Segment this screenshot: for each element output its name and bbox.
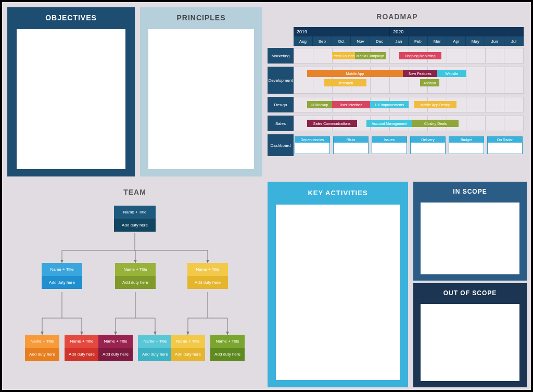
gantt-bar[interactable]: Mobile App [307, 70, 403, 77]
gantt-bar[interactable]: User Interface [332, 101, 371, 108]
objectives-panel[interactable]: OBJECTIVES [7, 7, 135, 176]
roadmap-row-body: Press LaunchMedia CampaignOngoing Market… [294, 48, 524, 64]
roadmap-row-body: Mobile AppNew FeaturesWebsiteResearchAnd… [294, 67, 524, 94]
org-node-title: Name + Title [115, 263, 156, 276]
roadmap-month: Sep [313, 36, 332, 46]
org-node-title: Name + Title [210, 335, 245, 348]
key-activities-panel[interactable]: KEY ACTIVITIES [268, 182, 408, 387]
org-node-title: Name + Title [25, 335, 59, 348]
org-node-duty: Add duty here [115, 276, 156, 289]
principles-content[interactable] [148, 29, 254, 169]
roadmap-dashboard-body: DependenciesRisksIssuesDeliveryBudgetOn … [294, 134, 524, 156]
dashboard-card-header: Issues [372, 137, 407, 143]
org-node-title: Name + Title [65, 335, 99, 348]
dashboard-card[interactable]: Issues [372, 136, 407, 154]
org-node[interactable]: Name + TitleAdd duty here [210, 335, 245, 364]
gantt-bar[interactable]: UX Improvements [370, 101, 409, 108]
gantt-bar[interactable]: Android [420, 79, 439, 86]
gantt-bar[interactable]: UI Mockup [307, 101, 332, 108]
key-activities-content[interactable] [276, 205, 400, 380]
org-chart: Name + TitleAdd duty hereName + TitleAdd… [11, 200, 258, 383]
principles-title: PRINCIPLES [140, 7, 262, 28]
gantt-bar[interactable]: Media Campaign [355, 52, 386, 59]
gantt-bar[interactable]: Account Management [366, 120, 412, 127]
org-node-duty: Add duty here [98, 348, 133, 361]
org-node-duty: Add duty here [171, 348, 205, 361]
org-node-duty: Add duty here [65, 348, 99, 361]
roadmap-month: Oct [332, 36, 351, 46]
org-node-title: Name + Title [138, 335, 172, 348]
org-node[interactable]: Name + TitleAdd duty here [138, 335, 172, 364]
roadmap-row-body: Sales CommunicationsAccount ManagementCl… [294, 116, 524, 131]
dashboard-card-header: Budget [449, 137, 484, 143]
team-title: TEAM [7, 182, 262, 196]
org-node-duty: Add duty here [138, 348, 172, 361]
roadmap-month-row: AugSepOctNovDecJanFebMarAprMayJunJul [294, 36, 524, 46]
roadmap-row-label: Design [268, 97, 294, 112]
gantt-bar[interactable]: Ongoing Marketing [399, 52, 441, 59]
gantt-bar[interactable]: Website [437, 70, 466, 77]
roadmap-row-label: Development [268, 67, 294, 94]
team-panel[interactable]: TEAM Name + TitleAdd duty hereName + Tit… [7, 182, 262, 387]
in-scope-title: IN SCOPE [413, 182, 527, 201]
dashboard-card-header: Risks [334, 137, 368, 143]
gantt-bar[interactable]: Research [324, 79, 366, 86]
roadmap-grid: 20192020 AugSepOctNovDecJanFebMarAprMayJ… [268, 27, 524, 176]
roadmap-month: Mar [428, 36, 447, 46]
out-of-scope-title: OUT OF SCOPE [413, 283, 527, 303]
roadmap-row-label: Marketing [268, 48, 294, 64]
roadmap-month: Nov [351, 36, 370, 46]
org-node[interactable]: Name + TitleAdd duty here [114, 206, 156, 233]
roadmap-month: Apr [447, 36, 466, 46]
roadmap-month: Dec [370, 36, 389, 46]
gantt-bar[interactable]: New Features [403, 70, 437, 77]
principles-panel[interactable]: PRINCIPLES [140, 7, 262, 176]
org-node-title: Name + Title [171, 335, 205, 348]
roadmap-month: Jun [485, 36, 504, 46]
org-node[interactable]: Name + TitleAdd duty here [42, 263, 82, 292]
roadmap-year-row: 20192020 [294, 27, 524, 36]
roadmap-panel[interactable]: ROADMAP 20192020 AugSepOctNovDecJanFebMa… [268, 7, 527, 176]
org-node[interactable]: Name + TitleAdd duty here [115, 263, 156, 292]
roadmap-month: Jan [389, 36, 409, 46]
org-node[interactable]: Name + TitleAdd duty here [65, 335, 99, 364]
roadmap-row: MarketingPress LaunchMedia CampaignOngoi… [268, 48, 524, 64]
gantt-bar[interactable]: Mobile App Design [414, 101, 456, 108]
key-activities-title: KEY ACTIVITIES [268, 182, 408, 204]
dashboard-card[interactable]: Risks [333, 136, 369, 154]
org-node-duty: Add duty here [25, 348, 59, 361]
roadmap-year: 2019 [294, 27, 390, 36]
out-of-scope-panel[interactable]: OUT OF SCOPE [413, 283, 527, 387]
roadmap-year: 2020 [390, 27, 524, 36]
org-node[interactable]: Name + TitleAdd duty here [25, 335, 59, 364]
gantt-bar[interactable]: Closing Deals [412, 120, 458, 127]
dashboard-card[interactable]: Budget [449, 136, 484, 154]
org-node[interactable]: Name + TitleAdd duty here [171, 335, 205, 364]
org-node-duty: Add duty here [114, 219, 156, 232]
roadmap-dashboard-label: Dashboard [268, 134, 294, 156]
in-scope-content[interactable] [421, 203, 519, 274]
dashboard-card[interactable]: Dependencies [295, 136, 330, 154]
gantt-bar[interactable]: Press Launch [332, 52, 355, 59]
org-node[interactable]: Name + TitleAdd duty here [187, 263, 228, 292]
project-board: OBJECTIVES PRINCIPLES ROADMAP 20192020 A… [2, 2, 531, 390]
org-node[interactable]: Name + TitleAdd duty here [98, 335, 133, 364]
org-node-title: Name + Title [114, 206, 156, 219]
dashboard-card[interactable]: On Radar [487, 136, 523, 154]
roadmap-row: DevelopmentMobile AppNew FeaturesWebsite… [268, 67, 524, 94]
org-node-duty: Add duty here [210, 348, 245, 361]
roadmap-rows: MarketingPress LaunchMedia CampaignOngoi… [268, 48, 524, 176]
gantt-bar[interactable]: Sales Communications [307, 120, 357, 127]
org-node-title: Name + Title [98, 335, 133, 348]
dashboard-card-header: Delivery [411, 137, 445, 143]
objectives-content[interactable] [17, 29, 125, 169]
org-node-duty: Add duty here [42, 276, 82, 289]
in-scope-panel[interactable]: IN SCOPE [413, 182, 527, 281]
roadmap-row: SalesSales CommunicationsAccount Managem… [268, 116, 524, 131]
dashboard-card[interactable]: Delivery [410, 136, 446, 154]
roadmap-row-body: UI MockupUser InterfaceUX ImprovementsMo… [294, 97, 524, 112]
roadmap-month: Aug [294, 36, 313, 46]
out-of-scope-content[interactable] [421, 304, 519, 381]
roadmap-dashboard-row: DashboardDependenciesRisksIssuesDelivery… [268, 134, 524, 156]
roadmap-row-label: Sales [268, 116, 294, 131]
